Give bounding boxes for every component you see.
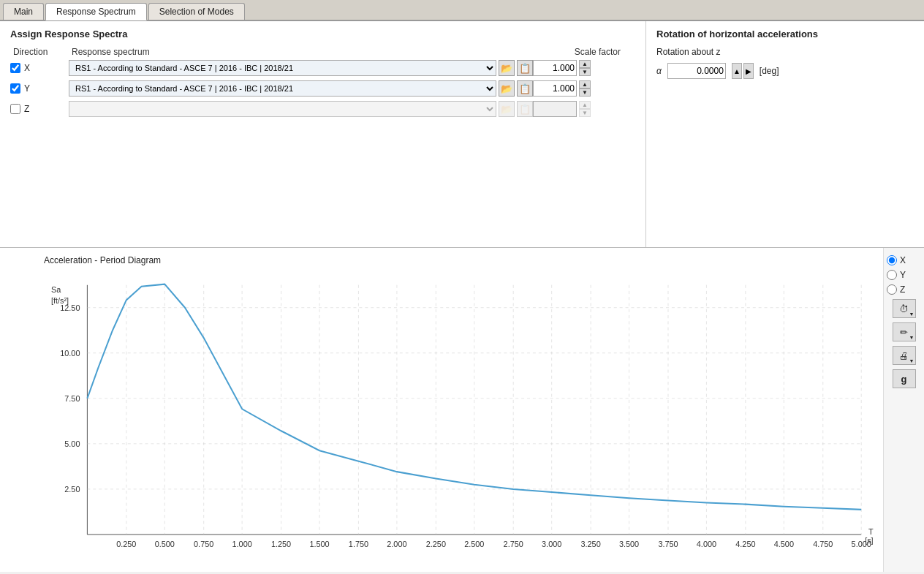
- spinner-y-up[interactable]: ▲: [579, 80, 591, 88]
- edit-button[interactable]: ✏ ▼: [893, 322, 916, 341]
- checkbox-z[interactable]: [10, 104, 20, 114]
- svg-text:1.500: 1.500: [309, 539, 329, 548]
- checkbox-y[interactable]: [10, 83, 20, 94]
- grid-header: Direction Response spectrum Scale factor: [10, 47, 635, 57]
- top-panel: Assign Response Spectra Direction Respon…: [0, 21, 924, 248]
- svg-text:1.000: 1.000: [232, 539, 252, 548]
- rotation-subtitle: Rotation about z: [656, 47, 914, 57]
- svg-text:3.500: 3.500: [619, 539, 639, 548]
- alpha-label: α: [656, 66, 662, 76]
- edit-icon-y[interactable]: 📋: [517, 80, 533, 97]
- arrow-right-btn[interactable]: ▶: [743, 63, 754, 79]
- radio-x[interactable]: [887, 255, 897, 265]
- assign-title: Assign Response Spectra: [10, 29, 635, 39]
- svg-text:3.000: 3.000: [542, 539, 561, 548]
- radio-y-label: Y: [900, 270, 906, 280]
- svg-text:0.500: 0.500: [155, 539, 175, 548]
- scale-z-input: [533, 101, 577, 117]
- open-icon-y[interactable]: 📂: [499, 80, 515, 97]
- direction-x-cell: X: [10, 63, 69, 73]
- rotation-title: Rotation of horizontal accelerations: [656, 29, 914, 39]
- svg-text:3.250: 3.250: [580, 539, 600, 548]
- chart-title: Acceleration - Period Diagram: [44, 255, 876, 265]
- edit-icon-z: 📋: [517, 101, 533, 117]
- svg-text:T: T: [868, 527, 874, 536]
- radio-y[interactable]: [887, 270, 897, 280]
- svg-text:1.750: 1.750: [349, 539, 368, 548]
- arrow-buttons: ▲ ▶: [732, 63, 754, 79]
- svg-text:10.00: 10.00: [60, 349, 80, 358]
- timer-button[interactable]: ⏱ ▼: [893, 299, 916, 318]
- svg-text:0.250: 0.250: [116, 539, 136, 548]
- svg-text:5.00: 5.00: [64, 439, 80, 448]
- tab-response-spectrum[interactable]: Response Spectrum: [45, 3, 147, 20]
- svg-text:1.250: 1.250: [271, 539, 291, 548]
- svg-text:2.50: 2.50: [64, 485, 80, 494]
- scale-y-input[interactable]: [533, 80, 577, 97]
- table-row: Y RS1 - According to Standard - ASCE 7 |…: [10, 80, 635, 97]
- open-icon-z: 📂: [499, 101, 515, 117]
- g-button[interactable]: g: [893, 369, 916, 388]
- arrow-up-btn[interactable]: ▲: [732, 63, 742, 79]
- label-y: Y: [24, 83, 30, 94]
- spectrum-x-select[interactable]: RS1 - According to Standard - ASCE 7 | 2…: [69, 60, 496, 76]
- y-axis-label: Sa: [51, 285, 61, 294]
- tab-selection-modes[interactable]: Selection of Modes: [148, 3, 245, 20]
- label-z: Z: [24, 104, 29, 114]
- scale-x-input[interactable]: [533, 60, 577, 76]
- spinner-x-up[interactable]: ▲: [579, 60, 591, 68]
- svg-text:4.250: 4.250: [735, 539, 755, 548]
- table-row: X RS1 - According to Standard - ASCE 7 |…: [10, 60, 635, 76]
- direction-z-cell: Z: [10, 104, 69, 114]
- spectrum-y-select[interactable]: RS1 - According to Standard - ASCE 7 | 2…: [69, 80, 496, 97]
- scale-z-cell: ▲ ▼: [533, 101, 635, 117]
- svg-text:[s]: [s]: [865, 536, 873, 545]
- spectrum-z-select: [69, 101, 496, 117]
- radio-y-option: Y: [887, 270, 921, 280]
- timer-dropdown-arrow: ▼: [909, 311, 914, 317]
- spinner-z-up: ▲: [579, 101, 591, 109]
- print-button[interactable]: 🖨 ▼: [893, 346, 916, 365]
- spinner-x: ▲ ▼: [579, 60, 591, 76]
- bottom-area: Acceleration - Period Diagram Sa [ft/s²]: [0, 248, 924, 572]
- svg-text:2.250: 2.250: [426, 539, 446, 548]
- edit-dropdown-arrow: ▼: [909, 335, 914, 340]
- spinner-y-down[interactable]: ▼: [579, 88, 591, 97]
- header-scale-factor: Scale factor: [533, 47, 635, 57]
- alpha-input[interactable]: [667, 63, 726, 79]
- svg-text:2.750: 2.750: [504, 539, 523, 548]
- spectrum-x-cell: RS1 - According to Standard - ASCE 7 | 2…: [69, 60, 533, 76]
- table-row: Z 📂 📋 ▲ ▼: [10, 101, 635, 117]
- rotation-row: α ▲ ▶ [deg]: [656, 63, 914, 79]
- rotation-section: Rotation of horizontal accelerations Rot…: [646, 21, 924, 247]
- svg-text:3.750: 3.750: [658, 539, 678, 548]
- assign-section: Assign Response Spectra Direction Respon…: [0, 21, 646, 247]
- spinner-x-down[interactable]: ▼: [579, 68, 591, 76]
- chart-controls: X Y Z ⏱ ▼ ✏ ▼ 🖨 ▼ g: [883, 248, 924, 572]
- radio-x-label: X: [900, 255, 906, 265]
- checkbox-x[interactable]: [10, 63, 20, 73]
- spectrum-y-cell: RS1 - According to Standard - ASCE 7 | 2…: [69, 80, 533, 97]
- svg-text:7.50: 7.50: [64, 394, 80, 403]
- svg-text:0.750: 0.750: [194, 539, 213, 548]
- header-direction: Direction: [13, 47, 72, 57]
- svg-text:4.750: 4.750: [813, 539, 833, 548]
- chart-svg: Sa [ft/s²] 2.50 5.00 7.50 10.00: [44, 270, 876, 557]
- tab-main[interactable]: Main: [3, 3, 44, 20]
- radio-z-label: Z: [900, 284, 905, 295]
- spectrum-z-cell: 📂 📋: [69, 101, 533, 117]
- chart-area: Sa [ft/s²] 2.50 5.00 7.50 10.00: [44, 270, 876, 557]
- radio-z[interactable]: [887, 284, 897, 295]
- radio-x-option: X: [887, 255, 921, 265]
- svg-text:4.500: 4.500: [774, 539, 794, 548]
- scale-x-cell: ▲ ▼: [533, 60, 635, 76]
- label-x: X: [24, 63, 30, 73]
- svg-text:4.000: 4.000: [697, 539, 716, 548]
- open-icon-x[interactable]: 📂: [499, 60, 515, 76]
- spinner-z: ▲ ▼: [579, 101, 591, 117]
- chart-container: Acceleration - Period Diagram Sa [ft/s²]: [0, 248, 883, 572]
- edit-icon-x[interactable]: 📋: [517, 60, 533, 76]
- svg-text:2.500: 2.500: [464, 539, 484, 548]
- spinner-z-down: ▼: [579, 109, 591, 117]
- tab-bar: Main Response Spectrum Selection of Mode…: [0, 0, 924, 21]
